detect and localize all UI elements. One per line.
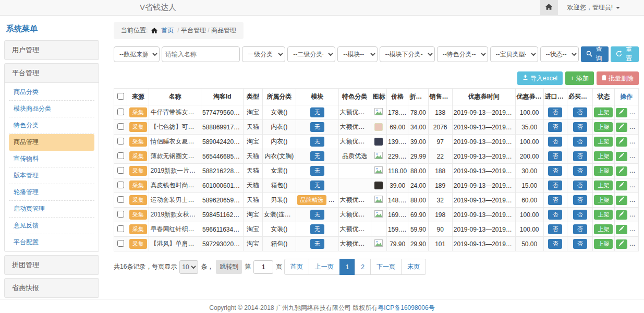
row-checkbox[interactable] [117,109,124,115]
level1-category-select[interactable]: 一级分类 [242,46,285,62]
edit-icon [618,182,624,189]
must-buy-toggle[interactable]: 否 [573,107,587,117]
page-number-input[interactable] [253,260,273,274]
sidebar-subitem-特色分类[interactable]: 特色分类 [9,117,94,134]
import-select-toggle[interactable]: 否 [548,122,562,132]
icp-link[interactable]: 粤ICP备16098006号 [378,304,434,311]
add-button[interactable]: + 添加 [565,71,594,85]
edit-button[interactable] [616,225,627,234]
import-select-toggle[interactable]: 否 [548,180,562,190]
status-select[interactable]: --状态-- [540,46,579,62]
must-buy-toggle[interactable]: 否 [573,122,587,132]
page-button-2[interactable]: 2 [355,259,371,275]
must-buy-toggle[interactable]: 否 [573,224,587,234]
select-all-checkbox[interactable] [117,93,124,100]
row-checkbox[interactable] [117,152,124,159]
import-excel-button[interactable]: 导入excel [517,71,563,85]
edit-button[interactable] [616,181,627,190]
edit-button[interactable] [616,210,627,220]
user-menu[interactable]: 欢迎您，管理员! [558,0,644,15]
per-page-select[interactable]: 10 [179,260,198,274]
status-button[interactable]: 上架 [594,166,613,176]
status-button[interactable]: 上架 [594,137,613,147]
row-checkbox[interactable] [117,225,124,232]
import-select-toggle[interactable]: 否 [548,166,562,176]
import-select-toggle[interactable]: 否 [548,107,562,117]
status-button[interactable]: 上架 [594,210,613,220]
level2-category-select[interactable]: --二级分类-- [287,46,335,62]
item-type-select[interactable]: --宝贝类型-- [490,46,538,62]
import-select-toggle[interactable]: 否 [548,195,562,205]
product-name: 【七色纺】可爱纯棉家... [149,120,201,135]
status-button[interactable]: 上架 [594,151,613,161]
must-buy-toggle[interactable]: 否 [573,137,587,147]
product-name: 真皮钱包时尚优雅女士... [149,178,201,193]
import-select-toggle[interactable]: 否 [548,224,562,234]
sidebar-subitem-意见反馈[interactable]: 意见反馈 [9,218,94,234]
must-buy-toggle[interactable]: 否 [573,166,587,176]
edit-button[interactable] [616,152,627,161]
batch-delete-button[interactable]: 批量删除 [597,71,639,85]
page-button-上一页[interactable]: 上一页 [309,259,340,275]
edit-button[interactable] [616,123,627,132]
status-button[interactable]: 上架 [594,224,613,234]
query-button[interactable]: 查询 [581,46,609,62]
import-select-toggle[interactable]: 否 [548,239,562,249]
status-button[interactable]: 上架 [594,239,613,249]
sidebar-item-省惠快报[interactable]: 省惠快报 [5,279,99,297]
import-select-toggle[interactable]: 否 [548,151,562,161]
sidebar-item-平台管理[interactable]: 平台管理 [5,64,99,82]
sidebar-subitem-启动页管理[interactable]: 启动页管理 [9,201,94,218]
sidebar-subitem-商品分类[interactable]: 商品分类 [9,84,94,101]
edit-button[interactable] [616,166,627,176]
data-source-select[interactable]: --数据来源-- [114,46,160,62]
must-buy-toggle[interactable]: 否 [573,239,587,249]
name-input[interactable] [162,46,240,62]
sidebar-subitem-模块商品分类[interactable]: 模块商品分类 [9,101,94,117]
reset-button[interactable]: 重置 [611,46,639,62]
jump-button[interactable]: 跳转到 [216,260,242,274]
row-checkbox[interactable] [117,182,124,188]
sidebar-item-用户管理[interactable]: 用户管理 [5,41,99,59]
edit-button[interactable] [616,137,627,147]
status-button[interactable]: 上架 [594,195,613,205]
row-checkbox[interactable] [117,196,124,203]
sidebar-subitem-版本管理[interactable]: 版本管理 [9,167,94,184]
edit-button[interactable] [616,239,627,249]
status-button[interactable]: 上架 [594,122,613,132]
row-checkbox[interactable] [117,123,124,130]
row-checkbox[interactable] [117,240,124,247]
breadcrumb-item: 商品管理 [211,27,236,34]
status-button[interactable]: 上架 [594,180,613,190]
module-select[interactable]: --模块-- [337,46,377,62]
must-buy-toggle[interactable]: 否 [573,180,587,190]
module-subcategory-select[interactable]: --模块下分类-- [380,46,435,62]
page-button-下一页[interactable]: 下一页 [370,259,402,275]
must-buy-toggle[interactable]: 否 [573,210,587,220]
source-badge: 采集 [129,107,147,117]
status-button[interactable]: 上架 [594,107,613,117]
product-thumbnail [374,138,383,146]
sidebar-subitem-商品管理[interactable]: 商品管理 [9,134,94,151]
row-checkbox[interactable] [117,138,124,145]
import-select-toggle[interactable]: 否 [548,137,562,147]
row-checkbox[interactable] [117,167,124,174]
page-button-末页[interactable]: 末页 [401,259,426,275]
sidebar-subitem-轮播管理[interactable]: 轮播管理 [9,184,94,201]
home-button[interactable] [540,0,558,15]
edit-button[interactable] [616,196,627,205]
breadcrumb-home-link[interactable]: 首页 [161,26,174,35]
table-row: 采集真皮钱包时尚优雅女士...601000601341天猫箱包()无39.002… [114,178,639,193]
import-select-toggle[interactable]: 否 [548,210,562,220]
row-checkbox[interactable] [117,211,124,218]
page-button-首页[interactable]: 首页 [284,259,309,275]
sidebar-subitem-平台配置[interactable]: 平台配置 [9,234,94,250]
must-buy-toggle[interactable]: 否 [573,151,587,161]
taoke-id: 597293020870 [201,237,243,251]
sidebar-item-拼团管理[interactable]: 拼团管理 [5,256,99,274]
edit-button[interactable] [616,108,627,117]
must-buy-toggle[interactable]: 否 [573,195,587,205]
page-button-1[interactable]: 1 [339,259,356,275]
sidebar-subitem-宣传物料[interactable]: 宣传物料 [9,151,94,167]
special-category-select[interactable]: --特色分类-- [437,46,488,62]
